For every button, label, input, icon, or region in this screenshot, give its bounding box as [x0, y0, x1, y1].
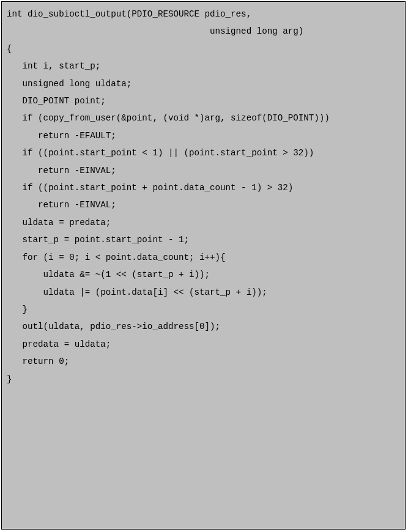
code-line: int i, start_p; — [7, 57, 400, 75]
code-line: outl(uldata, pdio_res->io_address[0]); — [7, 318, 400, 335]
code-line: } — [7, 301, 400, 318]
code-line: uldata = predata; — [7, 214, 400, 231]
code-line: unsigned long arg) — [7, 23, 400, 40]
code-line: return 0; — [7, 353, 400, 370]
code-line: return -EINVAL; — [7, 196, 400, 213]
code-line: start_p = point.start_point - 1; — [7, 231, 400, 248]
code-line: { — [7, 40, 400, 57]
code-line: return -EINVAL; — [7, 162, 400, 179]
code-line: unsigned long uldata; — [7, 75, 400, 92]
code-line: } — [7, 371, 400, 388]
code-line: uldata &= ~(1 << (start_p + i)); — [7, 266, 400, 283]
code-line: return -EFAULT; — [7, 127, 400, 144]
code-line: uldata |= (point.data[i] << (start_p + i… — [7, 284, 400, 301]
code-line: int dio_subioctl_output(PDIO_RESOURCE pd… — [7, 6, 400, 23]
code-block: int dio_subioctl_output(PDIO_RESOURCE pd… — [1, 1, 406, 530]
code-line: for (i = 0; i < point.data_count; i++){ — [7, 249, 400, 266]
code-line: if ((point.start_point < 1) || (point.st… — [7, 144, 400, 161]
code-line: if ((point.start_point + point.data_coun… — [7, 179, 400, 196]
code-line: DIO_POINT point; — [7, 92, 400, 109]
code-line: predata = uldata; — [7, 336, 400, 353]
code-line: if (copy_from_user(&point, (void *)arg, … — [7, 109, 400, 127]
